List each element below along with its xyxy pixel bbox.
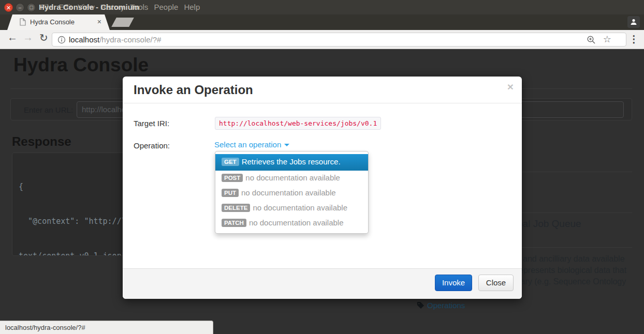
address-bar[interactable]: localhost/hydra-console/?# ☆ — [52, 33, 626, 47]
forward-icon[interactable]: → — [23, 32, 33, 43]
tab-close-icon[interactable]: × — [97, 18, 101, 26]
tag-icon — [417, 301, 425, 309]
doc-class-heading: bal Job Queue — [517, 218, 581, 230]
operation-dropdown-menu: GETRetrieves the Jobs resource. POSTno d… — [215, 151, 369, 234]
window-minimize-icon[interactable]: − — [16, 3, 24, 12]
url-text: localhost/hydra-console/?# — [69, 35, 161, 44]
page-title: Hydra Console — [13, 54, 149, 76]
window-title: Hydra Console - Chromium — [39, 3, 139, 11]
doc-description: l and ancilliary data available epresent… — [519, 253, 626, 287]
modal-header: Invoke an Operation × — [123, 77, 522, 103]
modal-title: Invoke an Operation — [134, 83, 253, 97]
tab-title: Hydra Console — [30, 18, 75, 26]
method-badge: POST — [222, 174, 243, 182]
window-maximize-icon[interactable]: ☐ — [27, 3, 36, 12]
new-tab-button[interactable] — [111, 18, 134, 27]
ubuntu-menu-bar: ✕ − ☐ File Edit View History Tools Peopl… — [0, 0, 644, 14]
status-bubble: localhost/hydra-console/?# — [0, 321, 213, 334]
window-close-icon[interactable]: ✕ — [4, 3, 13, 12]
operations-link[interactable]: Operations — [417, 301, 465, 310]
method-badge: PATCH — [222, 219, 246, 227]
zoom-icon[interactable] — [587, 35, 596, 47]
close-button[interactable]: Close — [478, 275, 514, 291]
invoke-button[interactable]: Invoke — [435, 275, 472, 291]
page-info-icon[interactable] — [57, 36, 66, 46]
operation-label: Operation: — [134, 141, 170, 150]
browser-profile-avatar[interactable] — [627, 16, 640, 28]
target-iri-value: http://localhost/web-services/jobs/v0.1 — [215, 117, 381, 130]
dropdown-item-post[interactable]: POSTno documentation available — [215, 171, 368, 186]
method-badge: GET — [222, 158, 239, 166]
screen: ✕ − ☐ File Edit View History Tools Peopl… — [0, 0, 644, 334]
reload-icon[interactable]: ↻ — [39, 32, 48, 44]
caret-down-icon — [284, 144, 289, 146]
url-entry-label: Enter an URL: — [24, 105, 73, 114]
tab-hydra-console[interactable]: Hydra Console × — [7, 14, 110, 30]
method-badge: DELETE — [222, 204, 250, 212]
dropdown-item-put[interactable]: PUTno documentation available — [215, 186, 368, 201]
target-iri-label: Target IRI: — [134, 119, 169, 128]
page-favicon-icon — [20, 18, 26, 28]
invoke-operation-modal: Invoke an Operation × Target IRI: http:/… — [123, 77, 522, 299]
dropdown-item-delete[interactable]: DELETEno documentation available — [215, 201, 368, 216]
back-icon[interactable]: ← — [7, 32, 18, 43]
browser-toolbar: ← → ↻ localhost/hydra-console/?# ☆ ⋮ — [0, 30, 644, 49]
url-path: /hydra-console/?# — [99, 35, 161, 44]
dropdown-item-patch[interactable]: PATCHno documentation available — [215, 216, 368, 231]
response-heading: Response — [12, 134, 71, 149]
method-badge: PUT — [222, 189, 239, 197]
tab-strip: Hydra Console × — [0, 14, 644, 30]
modal-footer: Invoke Close — [123, 268, 522, 299]
bookmark-star-icon[interactable]: ☆ — [603, 34, 611, 45]
modal-close-icon[interactable]: × — [507, 81, 514, 93]
dropdown-item-get[interactable]: GETRetrieves the Jobs resource. — [215, 154, 368, 171]
operation-select-toggle[interactable]: Select an operation — [214, 140, 289, 149]
browser-menu-icon[interactable]: ⋮ — [629, 33, 639, 45]
url-host: localhost — [69, 35, 99, 44]
